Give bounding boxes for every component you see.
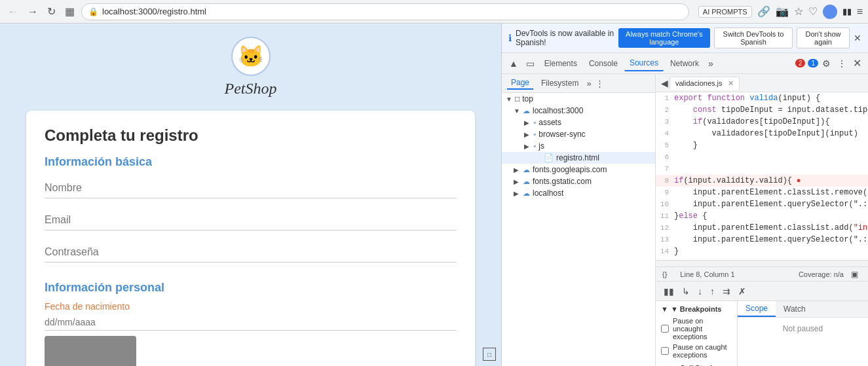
pause-uncaught-row: Pause on uncaught exceptions [661,317,732,340]
devtools-settings-button[interactable]: ⚙ [820,56,833,71]
pause-uncaught-checkbox[interactable] [661,325,669,333]
coverage-expand-button[interactable]: ▣ [848,267,861,282]
cloud-icon-googleapis: ☁ [523,166,530,174]
devtools-notification: ℹ DevTools is now available in Spanish! … [502,24,868,53]
back-button[interactable]: ← [5,3,21,20]
grid-button[interactable]: ▦ [62,3,77,20]
menu-button[interactable]: ≡ [857,6,863,18]
switch-devtools-button[interactable]: Switch DevTools to Spanish [714,27,793,48]
reload-button[interactable]: ↻ [45,3,58,20]
name-input[interactable] [45,178,457,198]
tree-arrow-localhost: ▼ [514,107,523,115]
tree-node-top[interactable]: ▼ □ top [502,93,655,105]
tree-node-browser-sync[interactable]: ▶ ▪ browser-sync [502,128,655,140]
file-tree-panel: Page Filesystem » ⋮ ▼ □ top ▼ ☁ localhos… [502,74,656,366]
code-line-4: 4 validadores[tipoDeInput](input) [656,128,868,139]
pause-uncaught-label: Pause on uncaught exceptions [673,317,732,340]
image-placeholder [45,336,136,366]
notification-left: ℹ DevTools is now available in Spanish! [508,29,618,47]
info-icon: ℹ [508,33,512,43]
tab-sources[interactable]: Sources [624,56,664,71]
tab-console[interactable]: Console [584,56,623,71]
tree-node-fonts-googleapis[interactable]: ▶ ☁ fonts.googleapis.com [502,164,655,175]
pause-caught-label: Pause on caught exceptions [673,343,732,359]
debug-body: ▼ ▼ Breakpoints Pause on uncaught except… [656,301,868,366]
cloud-icon-localhost: ☁ [523,107,530,115]
step-out-button[interactable]: ↑ [708,285,717,298]
pause-caught-checkbox[interactable] [661,347,669,355]
code-tab-close-icon[interactable]: ✕ [728,79,734,88]
code-panel: ◀ validaciones.js ✕ 1 export function va… [656,74,868,366]
heart-icon[interactable]: ♡ [808,5,818,18]
tab-network[interactable]: Network [665,56,704,71]
deactivate-breakpoints-button[interactable]: ✗ [736,285,749,298]
password-input[interactable] [45,242,457,263]
notification-buttons: Always match Chrome's language Switch De… [618,27,861,48]
dont-show-again-button[interactable]: Don't show again [797,27,850,48]
more-tabs-button[interactable]: » [706,56,716,71]
notification-text: DevTools is now available in Spanish! [516,29,618,47]
step-into-button[interactable]: ↓ [695,285,705,298]
error-badge: 2 [795,59,806,67]
devtools-more-options[interactable]: ⋮ [835,56,849,71]
tree-node-localhost[interactable]: ▶ ☁ localhost [502,187,655,199]
tree-arrow-top: ▼ [506,96,515,103]
code-line-13: 13 input.parentElement.querySelector(".: [656,234,868,246]
device-toolbar-button[interactable]: ▭ [523,56,538,71]
inspect-element-button[interactable]: ▲ [506,56,521,71]
file-tree-header: Page Filesystem » ⋮ [502,74,655,93]
pause-resume-button[interactable]: ▮▮ [661,285,677,298]
screenshot-icon[interactable]: 📷 [776,5,789,18]
tab-elements[interactable]: Elements [539,56,582,71]
breakpoints-triangle: ▼ [661,305,668,313]
share-icon[interactable]: 🔗 [757,5,770,18]
page-content: 🐱 PetShop Completa tu registro Informaci… [0,24,501,366]
ai-prompts-button[interactable]: AI PROMPTS [698,6,752,18]
tree-node-assets[interactable]: ▶ ▪ assets [502,117,655,128]
tree-label-fonts-googleapis: fonts.googleapis.com [533,165,607,174]
code-tab-label: validaciones.js [675,79,723,87]
tree-node-fonts-gstatic[interactable]: ▶ ☁ fonts.gstatic.com [502,175,655,187]
step-over-button[interactable]: ↳ [679,285,692,298]
notification-close-button[interactable]: ✕ [854,33,861,43]
tree-node-localhost3000[interactable]: ▼ ☁ localhost:3000 [502,105,655,117]
minimize-button[interactable]: □ [483,348,496,361]
cloud-icon-gstatic: ☁ [523,177,530,186]
code-line-14: 14 } [656,246,868,257]
filesystem-tab[interactable]: Filesystem [537,77,582,89]
birthdate-input[interactable] [45,314,457,331]
code-line-10: 10 input.parentElement.querySelector(".: [656,198,868,210]
match-language-button[interactable]: Always match Chrome's language [618,28,711,48]
folder-icon-js: ▪ [533,141,536,151]
watch-tab[interactable]: Watch [776,301,814,317]
code-tab-validaciones[interactable]: validaciones.js ✕ [670,77,740,90]
url-bar[interactable]: 🔒 localhost:3000/registro.html [81,3,689,20]
page-tab[interactable]: Page [507,77,533,90]
line-column-indicator: Line 8, Column 1 [680,270,734,278]
scope-tab[interactable]: Scope [738,301,776,317]
tree-arrow-js: ▶ [524,143,533,150]
debug-right-tabs: Scope Watch [738,301,868,318]
file-tree-options[interactable]: ⋮ [595,79,604,88]
code-line-11: 11 }else { [656,210,868,222]
code-line-1: 1 export function valida(input) { [656,92,868,104]
devtools-close-button[interactable]: ✕ [850,54,864,72]
tree-arrow-googleapis: ▶ [514,166,523,174]
step-button[interactable]: ⇉ [720,285,733,298]
email-input[interactable] [45,210,457,230]
code-editor[interactable]: 1 export function valida(input) { 2 cons… [656,92,868,260]
code-line-9: 9 input.parentElement.classList.remove( [656,187,868,198]
birthdate-label: Fecha de nacimiento [45,301,457,312]
forward-button[interactable]: → [25,3,41,20]
bookmark-icon[interactable]: ☆ [794,5,803,18]
file-tree-more[interactable]: » [586,79,591,88]
tree-label-fonts-gstatic: fonts.gstatic.com [533,177,592,186]
tree-node-registro-html[interactable]: 📄 registro.html [502,152,655,164]
code-line-2: 2 const tipoDeInput = input.dataset.tip [656,104,868,116]
folder-icon-browser-sync: ▪ [533,130,536,139]
code-tab-back[interactable]: ◀ [660,77,670,90]
personal-info-section-title: Información personal [45,281,457,295]
tree-node-js[interactable]: ▶ ▪ js [502,140,655,152]
code-horizontal-scrollbar[interactable] [656,260,868,266]
not-paused-text: Not paused [738,318,868,340]
